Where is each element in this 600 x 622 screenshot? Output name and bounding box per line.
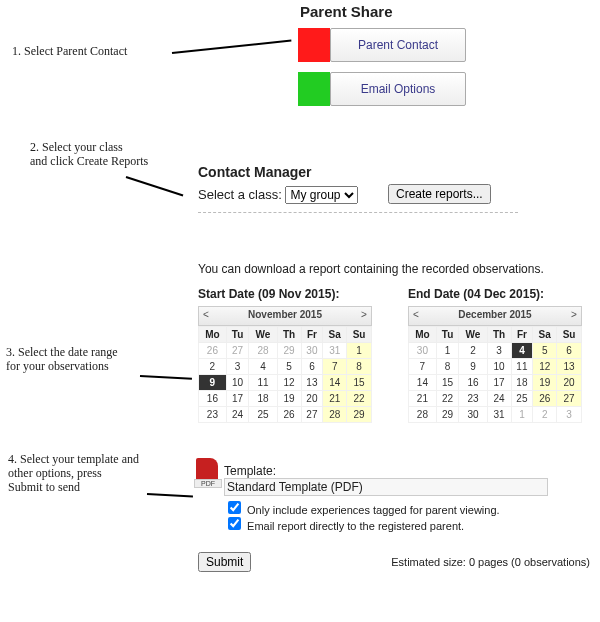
calendar-day[interactable]: 18 <box>249 391 277 407</box>
calendar-day[interactable]: 21 <box>323 391 347 407</box>
calendar-day[interactable]: 13 <box>301 375 323 391</box>
calendar-day[interactable]: 7 <box>323 359 347 375</box>
calendar-day[interactable]: 26 <box>277 407 301 423</box>
tagged-only-checkbox[interactable] <box>228 501 241 514</box>
calendar-day[interactable]: 30 <box>409 343 437 359</box>
calendar-day[interactable]: 7 <box>409 359 437 375</box>
calendar-day[interactable]: 2 <box>459 343 487 359</box>
calendar-day[interactable]: 27 <box>301 407 323 423</box>
calendar-day[interactable]: 4 <box>511 343 533 359</box>
calendar-day[interactable]: 8 <box>436 359 458 375</box>
calendar-day[interactable]: 30 <box>301 343 323 359</box>
calendar-day[interactable]: 2 <box>199 359 227 375</box>
calendar-day[interactable]: 9 <box>199 375 227 391</box>
calendar-day[interactable]: 29 <box>347 407 372 423</box>
arrow-line-3 <box>140 375 192 380</box>
calendar-day[interactable]: 6 <box>301 359 323 375</box>
calendar-day[interactable]: 28 <box>249 343 277 359</box>
calendar-day[interactable]: 2 <box>533 407 557 423</box>
calendar-day[interactable]: 14 <box>323 375 347 391</box>
calendar-day[interactable]: 17 <box>226 391 248 407</box>
calendar-day[interactable]: 11 <box>511 359 533 375</box>
calendar-day[interactable]: 22 <box>436 391 458 407</box>
calendar-day[interactable]: 24 <box>226 407 248 423</box>
create-reports-button[interactable]: Create reports... <box>388 184 491 204</box>
calendar-day[interactable]: 3 <box>487 343 511 359</box>
calendar-day[interactable]: 29 <box>277 343 301 359</box>
calendar-day[interactable]: 19 <box>533 375 557 391</box>
calendar-day[interactable]: 15 <box>436 375 458 391</box>
pdf-icon <box>196 458 218 486</box>
calendar-day[interactable]: 26 <box>533 391 557 407</box>
start-date-label: Start Date (09 Nov 2015): <box>198 287 339 301</box>
next-month-icon[interactable]: > <box>567 307 581 325</box>
calendar-day[interactable]: 17 <box>487 375 511 391</box>
calendar-day[interactable]: 28 <box>409 407 437 423</box>
month-label: November 2015 <box>213 307 357 325</box>
dow-header: Tu <box>226 327 248 343</box>
calendar-day[interactable]: 28 <box>323 407 347 423</box>
dow-header: Fr <box>301 327 323 343</box>
calendar-day[interactable]: 31 <box>487 407 511 423</box>
step-3-text: 3. Select the date rangefor your observa… <box>6 345 118 373</box>
calendar-day[interactable]: 25 <box>249 407 277 423</box>
calendar-day[interactable]: 9 <box>459 359 487 375</box>
calendar-day[interactable]: 3 <box>557 407 582 423</box>
calendar-day[interactable]: 24 <box>487 391 511 407</box>
calendar-day[interactable]: 10 <box>487 359 511 375</box>
prev-month-icon[interactable]: < <box>199 307 213 325</box>
calendar-day[interactable]: 19 <box>277 391 301 407</box>
calendar-day[interactable]: 6 <box>557 343 582 359</box>
template-label: Template: <box>224 464 548 478</box>
calendar-day[interactable]: 23 <box>459 391 487 407</box>
email-parent-checkbox[interactable] <box>228 517 241 530</box>
calendar-day[interactable]: 5 <box>533 343 557 359</box>
month-label: December 2015 <box>423 307 567 325</box>
calendar-day[interactable]: 11 <box>249 375 277 391</box>
parent-contact-button[interactable]: Parent Contact <box>298 28 466 62</box>
email-options-button[interactable]: Email Options <box>298 72 466 106</box>
green-swatch-icon <box>298 72 330 106</box>
arrow-line-1 <box>172 39 292 54</box>
calendar-day[interactable]: 13 <box>557 359 582 375</box>
calendar-day[interactable]: 26 <box>199 343 227 359</box>
calendar-day[interactable]: 1 <box>436 343 458 359</box>
submit-button[interactable]: Submit <box>198 552 251 572</box>
calendar-day[interactable]: 25 <box>511 391 533 407</box>
template-select[interactable]: Standard Template (PDF) <box>224 478 548 496</box>
class-select[interactable]: My group <box>285 186 358 204</box>
calendar-day[interactable]: 10 <box>226 375 248 391</box>
end-date-calendar[interactable]: <December 2015>MoTuWeThFrSaSu30123456789… <box>408 306 582 423</box>
calendar-day[interactable]: 30 <box>459 407 487 423</box>
next-month-icon[interactable]: > <box>357 307 371 325</box>
calendar-day[interactable]: 1 <box>511 407 533 423</box>
calendar-day[interactable]: 20 <box>557 375 582 391</box>
start-date-calendar[interactable]: <November 2015>MoTuWeThFrSaSu26272829303… <box>198 306 372 423</box>
calendar-day[interactable]: 27 <box>226 343 248 359</box>
calendar-day[interactable]: 1 <box>347 343 372 359</box>
calendar-day[interactable]: 3 <box>226 359 248 375</box>
calendar-day[interactable]: 8 <box>347 359 372 375</box>
calendar-day[interactable]: 14 <box>409 375 437 391</box>
calendar-day[interactable]: 22 <box>347 391 372 407</box>
calendar-day[interactable]: 18 <box>511 375 533 391</box>
dow-header: Su <box>557 327 582 343</box>
calendar-day[interactable]: 21 <box>409 391 437 407</box>
calendar-day[interactable]: 29 <box>436 407 458 423</box>
calendar-day[interactable]: 15 <box>347 375 372 391</box>
parent-contact-label: Parent Contact <box>358 38 438 52</box>
calendar-day[interactable]: 31 <box>323 343 347 359</box>
calendar-day[interactable]: 27 <box>557 391 582 407</box>
calendar-day[interactable]: 23 <box>199 407 227 423</box>
calendar-day[interactable]: 20 <box>301 391 323 407</box>
calendar-day[interactable]: 16 <box>199 391 227 407</box>
calendar-day[interactable]: 12 <box>533 359 557 375</box>
calendar-day[interactable]: 5 <box>277 359 301 375</box>
prev-month-icon[interactable]: < <box>409 307 423 325</box>
step-2-text: 2. Select your classand click Create Rep… <box>30 140 148 168</box>
calendar-day[interactable]: 4 <box>249 359 277 375</box>
calendar-day[interactable]: 12 <box>277 375 301 391</box>
dow-header: Tu <box>436 327 458 343</box>
calendar-day[interactable]: 16 <box>459 375 487 391</box>
email-options-label: Email Options <box>361 82 436 96</box>
